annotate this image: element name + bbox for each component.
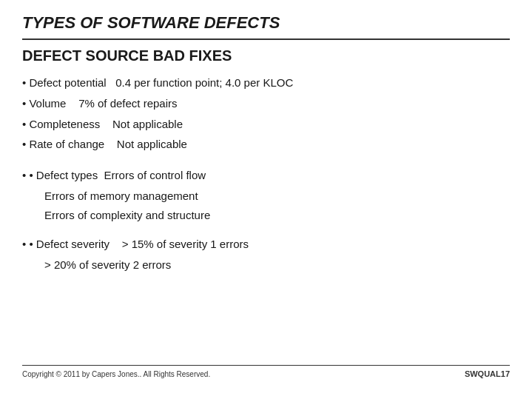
defect-types-label: Defect types [36,169,98,181]
main-title: TYPES OF SOFTWARE DEFECTS [22,13,510,40]
list-item-defect-severity: • Defect severity > 15% of severity 1 er… [22,236,510,252]
defect-types-value: Errors of control flow [104,169,206,181]
list-item-defect-potential: Defect potential 0.4 per function point;… [22,75,510,91]
bullet-label-rate-of-change: Rate of change [29,138,104,150]
defect-types-sub1: Errors of memory management [22,188,510,204]
defect-severity-value: > 15% of severity 1 errors [122,238,249,250]
defect-severity-label: Defect severity [36,238,110,250]
bullet-list: Defect potential 0.4 per function point;… [22,75,510,157]
bullet-label-completeness: Completeness [29,118,100,130]
footer-bar: Copyright © 2011 by Capers Jones.. All R… [22,365,510,378]
footer-copyright: Copyright © 2011 by Capers Jones.. All R… [22,370,210,378]
bullet-label-volume: Volume [29,97,66,110]
list-item-completeness: Completeness Not applicable [22,116,510,133]
defect-types-sub2: Errors of complexity and structure [22,207,510,224]
bullet-value-completeness: Not applicable [112,118,183,130]
footer-slide-number: SWQUAL17 [465,369,510,378]
defect-severity-sub: > 20% of severity 2 errors [22,257,510,273]
list-item-volume: Volume 7% of defect repairs [22,95,510,112]
bullet-value-volume: 7% of defect repairs [78,97,177,110]
bullet-value-defect-potential: 0.4 per function point; 4.0 per KLOC [115,76,293,89]
bullet-value-rate-of-change: Not applicable [117,138,187,150]
slide-container: TYPES OF SOFTWARE DEFECTS DEFECT SOURCE … [0,0,532,399]
section-title: DEFECT SOURCE BAD FIXES [22,47,510,64]
list-item-defect-types: • Defect types Errors of control flow [22,167,510,184]
bullet-label-defect-potential: Defect potential [29,76,106,89]
list-item-rate-of-change: Rate of change Not applicable [22,136,510,152]
